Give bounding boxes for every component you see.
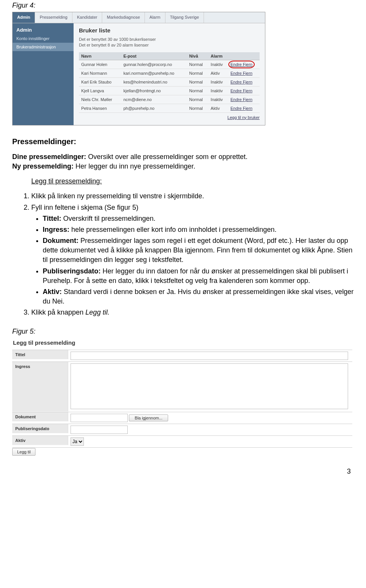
cell-alarm: Inaktiv — [209, 77, 228, 86]
license-line-1: Det er benyttet 30 av 1000 brukerlisense… — [79, 37, 260, 42]
instruction-text: Pressemeldinger: Dine pressemeldinger: O… — [12, 136, 354, 318]
text-italic: Legg til. — [85, 308, 109, 316]
sidenav-item-brukeradmin[interactable]: Brukeradministrasjon — [13, 43, 74, 51]
col-alarm: Alarm — [209, 52, 228, 60]
cell-alarm: Aktiv — [209, 69, 228, 77]
text: Overskrift til pressemeldingen. — [61, 215, 156, 222]
tab-admin[interactable]: Admin — [13, 12, 35, 23]
user-table: Navn E-post Nivå Alarm Gunnar Holen gunn… — [79, 52, 260, 113]
cell-email: gunnar.holen@procorp.no — [121, 60, 187, 69]
text: Fyll inn feltene i skjema (Se figur 5) — [31, 204, 138, 211]
col-actions — [228, 52, 260, 60]
table-row: Gunnar Holen gunnar.holen@procorp.no Nor… — [79, 60, 260, 69]
label-tittel: Tittel — [12, 350, 68, 359]
cell-email: ncm@diene.no — [121, 95, 187, 104]
label-dokument: Dokument — [12, 412, 68, 421]
field-dokument: Dokument Bla igjennom... — [12, 412, 352, 424]
bullet-tittel: Tittel: Overskrift til pressemeldingen. — [43, 214, 354, 223]
step-3: Klikk på knappen Legg til. — [31, 308, 354, 317]
edit-remove-link[interactable]: Endre Fjern — [231, 71, 252, 76]
step-1: Klikk på linken ny pressemelding til ven… — [31, 191, 354, 201]
cell-alarm: Inaktiv — [209, 60, 228, 69]
table-row: Niels Chr. Møller ncm@diene.no Normal In… — [79, 95, 260, 104]
text: Oversikt over alle pressemeldinger som e… — [86, 153, 247, 161]
text: Klikk på knappen — [31, 308, 85, 316]
cell-level: Normal — [187, 104, 208, 112]
label-aktiv: Aktiv — [12, 436, 68, 445]
license-line-2: Det er benyttet 8 av 20 alarm lisenser — [79, 42, 260, 48]
cell-name: Karl Erik Staubo — [79, 77, 121, 86]
label: Dokument: — [43, 237, 79, 244]
col-epost: E-post — [121, 52, 187, 60]
tab-alarm[interactable]: Alarm — [145, 12, 165, 23]
cell-email: kari.normann@purehelp.no — [121, 69, 187, 77]
text: hele pressemelingen eller kort info om i… — [69, 226, 276, 233]
tab-kandidater[interactable]: Kandidater — [72, 12, 102, 23]
cell-name: Kari Normann — [79, 69, 121, 77]
tab-pressemelding[interactable]: Pressemelding — [35, 12, 72, 23]
input-dokument-path[interactable] — [71, 414, 128, 422]
text: Her legger du inn nye pressemeldinger. — [74, 162, 195, 170]
user-list-panel: Bruker liste Det er benyttet 30 av 1000 … — [74, 23, 265, 125]
cell-email: kes@holmenindustri.no — [121, 77, 187, 86]
side-nav-header: Admin — [13, 26, 74, 34]
link-legg-til-pressemelding: Legg til pressemelding: — [31, 177, 102, 185]
field-ingress: Ingress — [12, 361, 352, 412]
cell-level: Normal — [187, 86, 208, 95]
bullet-ingress: Ingress: hele pressemelingen eller kort … — [43, 225, 354, 235]
cell-alarm: Inaktiv — [209, 86, 228, 95]
figure-5-label: Figur 5: — [12, 328, 354, 336]
col-niva: Nivå — [187, 52, 208, 60]
text: Pressemeldinger lages som regel i ett eg… — [43, 237, 352, 263]
field-publiseringsdato: Publiseringsdato — [12, 424, 352, 435]
label-dine-pressemeldinger: Dine pressemeldinger: — [12, 153, 86, 161]
edit-remove-link[interactable]: Endre Fjern — [231, 106, 252, 111]
browse-button[interactable]: Bla igjennom... — [129, 414, 168, 421]
edit-remove-link[interactable]: Endre Fjern — [231, 88, 252, 93]
input-tittel[interactable] — [71, 352, 348, 360]
label: Tittel: — [43, 215, 61, 222]
col-navn: Navn — [79, 52, 121, 60]
tab-markedsdiagnose[interactable]: Markedsdiagnose — [102, 12, 145, 23]
table-row: Kari Normann kari.normann@purehelp.no No… — [79, 69, 260, 77]
top-nav: Admin Pressemelding Kandidater Markedsdi… — [13, 12, 265, 23]
table-row: Karl Erik Staubo kes@holmenindustri.no N… — [79, 77, 260, 86]
field-tittel: Tittel — [12, 350, 352, 361]
bullet-dokument: Dokument: Pressemeldinger lages som rege… — [43, 236, 354, 265]
text: Standard verdi i denne boksen er Ja. Hvi… — [43, 288, 353, 305]
cell-name: Kjell Langva — [79, 86, 121, 95]
textarea-ingress[interactable] — [71, 363, 348, 409]
page-number: 3 — [12, 468, 354, 476]
add-user-link[interactable]: Legg til ny bruker — [228, 115, 260, 120]
label-ny-pressemelding: Ny pressemelding: — [12, 162, 74, 170]
figure-4-label: Figur 4: — [12, 2, 354, 10]
side-nav: Admin Konto innstillinger Brukeradminist… — [13, 23, 74, 125]
tab-tilgang-sverige[interactable]: Tilgang Sverige — [165, 12, 204, 23]
label: Publiseringsdato: — [43, 267, 101, 275]
label: Aktiv: — [43, 288, 62, 296]
submit-button[interactable]: Legg til — [12, 448, 35, 456]
cell-level: Normal — [187, 60, 208, 69]
form-title: Legg til pressemelding — [12, 338, 352, 350]
sidenav-item-konto[interactable]: Konto innstillinger — [13, 34, 74, 43]
edit-remove-link[interactable]: Endre Fjern — [231, 80, 252, 84]
select-aktiv[interactable]: Ja — [71, 437, 84, 446]
edit-remove-link[interactable]: Endre Fjern — [231, 97, 252, 102]
edit-remove-link[interactable]: Endre Fjern — [231, 62, 252, 67]
cell-alarm: Inaktiv — [209, 95, 228, 104]
screenshot-add-press-form: Legg til pressemelding Tittel Ingress Do… — [12, 338, 352, 456]
cell-alarm: Aktiv — [209, 104, 228, 112]
table-row: Petra Hansen ph@purehelp.no Normal Aktiv… — [79, 104, 260, 112]
panel-title: Bruker liste — [79, 27, 260, 34]
table-row: Kjell Langva kjellan@frontmgt.no Normal … — [79, 86, 260, 95]
bullet-aktiv: Aktiv: Standard verdi i denne boksen er … — [43, 287, 354, 306]
label: Ingress: — [43, 226, 69, 233]
cell-name: Gunnar Holen — [79, 60, 121, 69]
label-publiseringsdato: Publiseringsdato — [12, 424, 68, 433]
input-publiseringsdato[interactable] — [71, 426, 128, 434]
cell-email: ph@purehelp.no — [121, 104, 187, 112]
cell-level: Normal — [187, 77, 208, 86]
cell-level: Normal — [187, 69, 208, 77]
section-heading: Pressemeldinger: — [12, 136, 354, 147]
field-aktiv: Aktiv Ja — [12, 435, 352, 447]
